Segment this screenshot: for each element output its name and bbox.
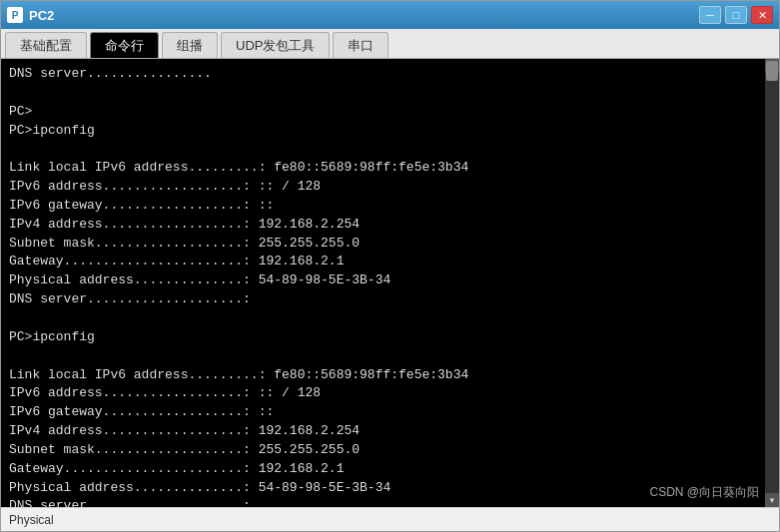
maximize-button[interactable]: □ xyxy=(725,6,747,24)
title-bar-controls: ─ □ ✕ xyxy=(699,6,773,24)
terminal-wrapper: DNS server................ PC> PC>ipconf… xyxy=(1,59,779,507)
close-button[interactable]: ✕ xyxy=(751,6,773,24)
tab-basic-config[interactable]: 基础配置 xyxy=(5,32,87,58)
scroll-thumb[interactable] xyxy=(766,61,778,81)
tab-udp-tool[interactable]: UDP发包工具 xyxy=(221,32,330,58)
title-bar: P PC2 ─ □ ✕ xyxy=(1,1,779,29)
tab-multicast[interactable]: 组播 xyxy=(162,32,218,58)
watermark: CSDN @向日葵向阳 xyxy=(649,484,759,501)
scroll-down-arrow[interactable]: ▼ xyxy=(765,493,779,507)
status-bar: Physical xyxy=(1,507,779,531)
scrollbar[interactable]: ▲ ▼ xyxy=(765,59,779,507)
window-title: PC2 xyxy=(29,8,54,23)
terminal-output[interactable]: DNS server................ PC> PC>ipconf… xyxy=(1,59,779,507)
title-bar-left: P PC2 xyxy=(7,7,54,23)
minimize-button[interactable]: ─ xyxy=(699,6,721,24)
app-icon: P xyxy=(7,7,23,23)
tab-bar: 基础配置 命令行 组播 UDP发包工具 串口 xyxy=(1,29,779,59)
tab-serial[interactable]: 串口 xyxy=(333,32,389,58)
tab-command-line[interactable]: 命令行 xyxy=(90,32,159,58)
main-window: P PC2 ─ □ ✕ 基础配置 命令行 组播 UDP发包工具 串口 DNS s… xyxy=(0,0,780,532)
status-text: Physical xyxy=(9,513,54,527)
